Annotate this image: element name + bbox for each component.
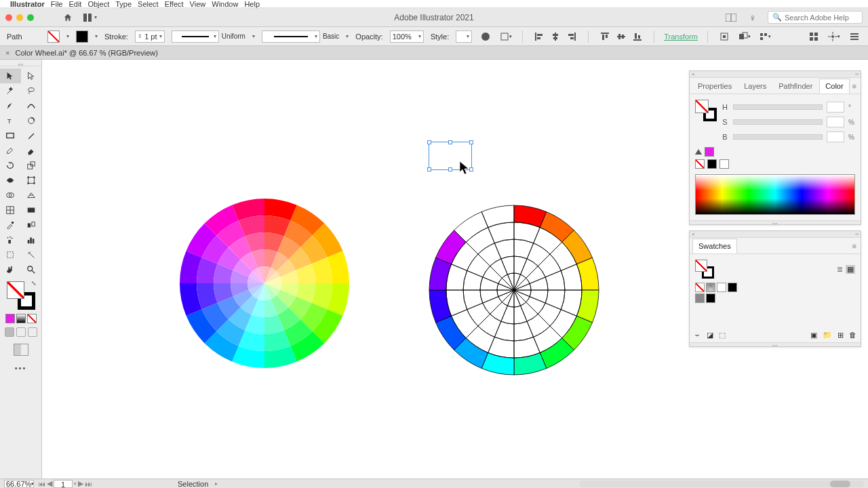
menu-edit[interactable]: Edit [68,0,81,8]
hue-slider[interactable] [733,104,823,110]
prev-artboard-icon[interactable]: ◀ [47,479,52,488]
document-setup-icon[interactable]: ▾ [499,30,513,43]
align-bottom-icon[interactable] [631,30,644,43]
gradient-tool[interactable] [21,203,42,218]
swatch-grid-view-icon[interactable]: ▦ [846,265,855,274]
swatch-options-icon[interactable]: ⬚ [719,331,726,340]
swatch-list-view-icon[interactable]: ≣ [837,265,843,274]
isolate-icon[interactable] [717,30,731,43]
color-mode-gradient[interactable] [16,314,26,323]
brush-dropdown[interactable] [262,30,320,43]
new-color-group-icon[interactable]: ▣ [810,331,817,340]
transform-link[interactable]: Transform [664,33,698,41]
swatch-none[interactable] [695,283,705,292]
rectangle-tool[interactable] [0,128,21,143]
menu-type[interactable]: Type [115,0,132,8]
direct-selection-tool[interactable] [21,68,42,83]
normal-screen-mode[interactable] [5,327,14,337]
color-mode-solid[interactable] [5,314,15,323]
column-graph-tool[interactable] [21,232,42,247]
panel-menu-icon[interactable]: ≡ [852,82,856,90]
fill-swatch[interactable] [47,30,60,43]
swap-fill-stroke-icon[interactable]: ⤡ [31,280,37,287]
zoom-level-input[interactable]: 66.67%▾ [4,480,34,488]
perspective-grid-tool[interactable] [21,188,42,203]
learn-icon[interactable]: ♀ [746,11,760,24]
edit-toolbar-icon[interactable]: ••• [0,364,41,372]
tab-swatches[interactable]: Swatches [692,239,737,253]
swatch-kind-icon[interactable]: ◪ [707,331,713,340]
align-right-icon[interactable] [565,30,578,43]
sat-input[interactable] [827,117,844,127]
swatches-menu-icon[interactable]: ≡ [852,242,856,250]
mesh-tool[interactable] [0,203,21,218]
opacity-input[interactable]: 100%▾ [390,30,424,43]
menu-object[interactable]: Object [87,0,109,8]
curvature-tool[interactable] [21,98,42,113]
symbol-sprayer-tool[interactable] [0,232,21,247]
align-center-h-icon[interactable] [549,30,562,43]
align-center-v-icon[interactable] [614,30,628,43]
rotate-tool[interactable] [0,158,21,173]
close-window[interactable] [5,14,12,21]
swatch-libraries-icon[interactable]: ⫟ [694,331,701,340]
help-search-input[interactable] [785,14,858,22]
tab-pathfinder[interactable]: Pathfinder [773,79,818,93]
selection-tool[interactable] [0,68,21,83]
fill-stroke-indicator[interactable]: ⤡ [7,281,35,310]
paintbrush-tool[interactable] [21,128,42,143]
full-screen-mode[interactable] [28,327,37,337]
tab-color[interactable]: Color [819,79,849,94]
white-swatch[interactable] [719,159,729,169]
type-tool[interactable]: T [0,113,21,128]
black-swatch[interactable] [707,159,717,169]
sat-slider[interactable] [733,119,823,125]
pen-tool[interactable] [0,98,21,113]
bri-input[interactable] [827,131,844,142]
full-screen-menu-mode[interactable] [16,327,26,337]
blend-tool[interactable] [21,218,42,232]
shaper-tool[interactable] [0,143,21,158]
zoom-tool[interactable] [21,262,42,277]
tab-layers[interactable]: Layers [738,79,772,93]
home-icon[interactable] [61,11,75,24]
free-transform-tool[interactable] [21,173,42,188]
stroke-swatch[interactable] [76,30,88,43]
menu-view[interactable]: View [190,0,206,8]
last-artboard-icon[interactable]: ⏭ [85,480,92,488]
artboard-tool[interactable] [0,247,21,262]
mask-icon[interactable]: ▾ [738,30,751,43]
close-tab-icon[interactable]: × [5,49,9,57]
width-tool[interactable] [0,173,21,188]
fill-indicator[interactable] [7,281,24,299]
lasso-tool[interactable] [21,83,42,98]
swatches-collapse-icon[interactable]: ›› [855,232,859,237]
status-menu-icon[interactable]: ▸ [215,481,218,487]
swatch-registration[interactable] [706,283,715,292]
panel-close-icon[interactable]: × [692,71,695,77]
maximize-window[interactable] [27,14,34,21]
arrange-windows-icon[interactable] [724,11,738,24]
next-artboard-icon[interactable]: ▶ [78,479,83,488]
magic-wand-tool[interactable] [0,83,21,98]
menu-effect[interactable]: Effect [165,0,184,8]
bri-slider[interactable] [733,134,823,140]
swatch-black[interactable] [728,283,737,292]
eyedropper-tool[interactable] [0,218,21,232]
app-menu[interactable]: Illustrator [10,0,45,8]
first-artboard-icon[interactable]: ⏮ [38,480,45,488]
eraser-tool[interactable] [21,143,42,158]
swatch-black2[interactable] [706,293,715,303]
help-search[interactable]: 🔍 [768,11,863,24]
swatch-folder-icon[interactable] [695,293,705,303]
hue-input[interactable] [827,102,844,113]
menu-select[interactable]: Select [138,0,159,8]
none-color-swatch[interactable] [695,159,705,169]
swatch-white[interactable] [717,283,726,292]
panel-collapse-icon[interactable]: ›› [855,72,859,77]
swatches-close-icon[interactable]: × [692,231,695,237]
select-similar-icon[interactable]: ▾ [758,30,772,43]
prefs-icon[interactable] [848,30,861,43]
menu-help[interactable]: Help [244,0,260,8]
color-spectrum[interactable] [695,174,855,215]
